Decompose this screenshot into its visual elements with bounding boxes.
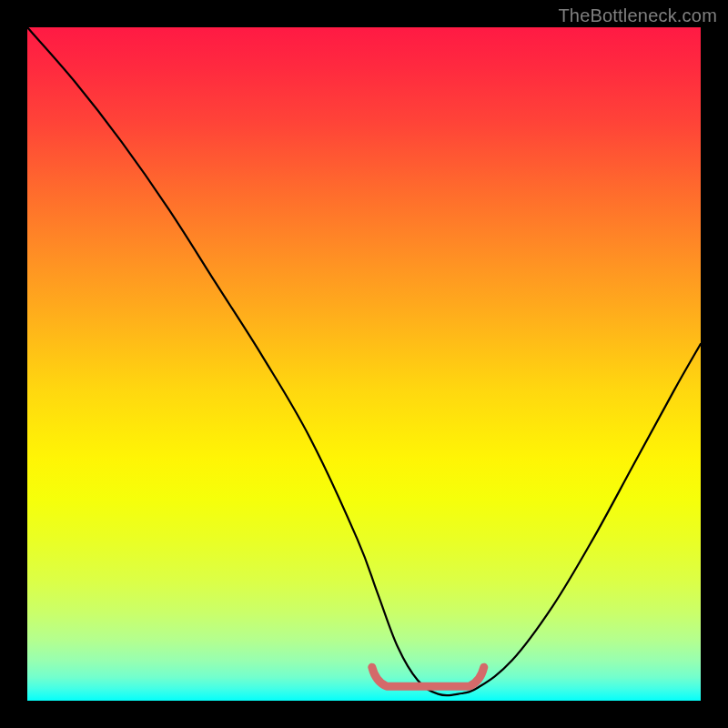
plot-area xyxy=(27,27,701,701)
watermark-label: TheBottleneck.com xyxy=(558,5,717,26)
curve-group xyxy=(27,27,701,695)
curve-svg xyxy=(27,27,701,701)
bottleneck-curve xyxy=(27,27,701,695)
flat-region-marker xyxy=(372,667,484,686)
chart-frame: TheBottleneck.com xyxy=(0,0,728,728)
